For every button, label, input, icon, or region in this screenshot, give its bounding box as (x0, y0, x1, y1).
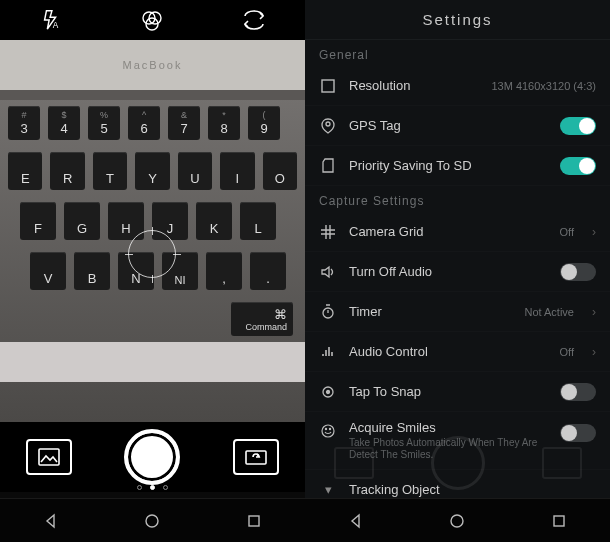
camera-pane: A MacBook #3$4%5^6&7*8(9 ERTYUIO FGHJKL … (0, 0, 305, 542)
nav-bar-right (305, 498, 610, 542)
filter-icon[interactable] (139, 7, 165, 33)
chevron-right-icon: › (592, 305, 596, 319)
settings-pane: Settings General Resolution 13M 4160x312… (305, 0, 610, 542)
row-smiles[interactable]: Acquire Smiles Take Photos Automatically… (305, 412, 610, 470)
focus-ring (128, 230, 176, 278)
tracking-label: Tracking Object (349, 482, 596, 497)
resolution-value: 13M 4160x3120 (4:3) (491, 80, 596, 92)
row-audio-control[interactable]: Audio Control Off › (305, 332, 610, 372)
nav-recent[interactable] (549, 511, 569, 531)
svg-rect-17 (554, 516, 564, 526)
gps-label: GPS Tag (349, 118, 548, 133)
svg-point-16 (451, 515, 463, 527)
flash-auto-icon[interactable]: A (38, 7, 64, 33)
settings-title: Settings (305, 0, 610, 40)
chevron-right-icon: › (592, 345, 596, 359)
row-gps[interactable]: GPS Tag (305, 106, 610, 146)
tap-label: Tap To Snap (349, 384, 548, 399)
nav-back[interactable] (41, 511, 61, 531)
row-audio-off[interactable]: Turn Off Audio (305, 252, 610, 292)
smiles-label: Acquire Smiles (349, 420, 548, 435)
audio-control-icon (319, 343, 337, 361)
timer-icon (319, 303, 337, 321)
row-grid[interactable]: Camera Grid Off › (305, 212, 610, 252)
flip-icon[interactable] (241, 7, 267, 33)
svg-point-14 (325, 428, 326, 429)
sd-toggle[interactable] (560, 157, 596, 175)
audio-control-value: Off (560, 346, 574, 358)
nav-back[interactable] (346, 511, 366, 531)
camera-topbar: A (0, 0, 305, 40)
gps-icon (319, 117, 337, 135)
smile-icon (319, 422, 337, 440)
audio-off-toggle[interactable] (560, 263, 596, 281)
smiles-sub: Take Photos Automatically When They Are … (349, 437, 548, 461)
nav-home[interactable] (142, 511, 162, 531)
svg-point-15 (329, 428, 330, 429)
svg-rect-7 (249, 516, 259, 526)
row-tap-snap[interactable]: Tap To Snap (305, 372, 610, 412)
gallery-button[interactable] (26, 439, 72, 475)
resolution-icon (319, 77, 337, 95)
svg-point-13 (322, 425, 334, 437)
svg-point-9 (326, 122, 330, 126)
row-sd[interactable]: Priority Saving To SD (305, 146, 610, 186)
audio-off-label: Turn Off Audio (349, 264, 548, 279)
svg-text:A: A (53, 21, 59, 30)
svg-rect-4 (39, 449, 59, 465)
camera-bottom-bar (0, 422, 305, 492)
section-general: General (305, 40, 610, 66)
sd-icon (319, 157, 337, 175)
audio-control-label: Audio Control (349, 344, 548, 359)
mode-dots (0, 485, 305, 490)
speaker-icon (319, 263, 337, 281)
sd-label: Priority Saving To SD (349, 158, 548, 173)
shutter-button[interactable] (124, 429, 180, 485)
section-capture: Capture Settings (305, 186, 610, 212)
svg-point-6 (146, 515, 158, 527)
grid-value: Off (560, 226, 574, 238)
svg-point-12 (327, 390, 330, 393)
chevron-right-icon: › (592, 225, 596, 239)
smiles-toggle[interactable] (560, 424, 596, 442)
switch-camera-button[interactable] (233, 439, 279, 475)
resolution-label: Resolution (349, 78, 479, 93)
nav-home[interactable] (447, 511, 467, 531)
grid-label: Camera Grid (349, 224, 548, 239)
grid-icon (319, 223, 337, 241)
svg-rect-8 (322, 80, 334, 92)
row-timer[interactable]: Timer Not Active › (305, 292, 610, 332)
timer-label: Timer (349, 304, 512, 319)
viewfinder[interactable]: MacBook #3$4%5^6&7*8(9 ERTYUIO FGHJKL VB… (0, 40, 305, 430)
tracking-icon: ▾ (319, 481, 337, 499)
tap-icon (319, 383, 337, 401)
row-resolution[interactable]: Resolution 13M 4160x3120 (4:3) (305, 66, 610, 106)
gps-toggle[interactable] (560, 117, 596, 135)
nav-recent[interactable] (244, 511, 264, 531)
nav-bar-left (0, 498, 305, 542)
timer-value: Not Active (524, 306, 574, 318)
tap-toggle[interactable] (560, 383, 596, 401)
device-label: MacBook (0, 40, 305, 90)
